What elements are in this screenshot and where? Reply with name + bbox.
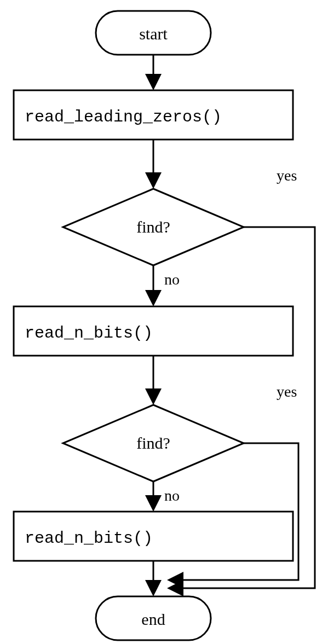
start-label: start bbox=[139, 25, 168, 43]
end-label: end bbox=[141, 610, 165, 628]
edge-label-no-2: no bbox=[164, 487, 180, 504]
edge-label-yes-2: yes bbox=[277, 383, 297, 400]
decision-find-1-label: find? bbox=[136, 218, 170, 236]
process-read-n-bits-2: read_n_bits() bbox=[14, 512, 293, 561]
edge-label-no-1: no bbox=[164, 271, 180, 288]
start-node: start bbox=[96, 11, 211, 55]
process-read-n-bits-1: read_n_bits() bbox=[14, 306, 293, 356]
process-read-n-bits-1-label: read_n_bits() bbox=[25, 324, 153, 343]
decision-find-2: find? bbox=[63, 405, 244, 481]
decision-find-1: find? bbox=[63, 189, 244, 265]
flowchart: start read_leading_zeros() find? yes no … bbox=[0, 0, 328, 644]
edge-label-yes-1: yes bbox=[277, 167, 297, 184]
end-node: end bbox=[96, 596, 211, 640]
decision-find-2-label: find? bbox=[136, 434, 170, 452]
process-read-leading-zeros: read_leading_zeros() bbox=[14, 90, 293, 140]
process-read-leading-zeros-label: read_leading_zeros() bbox=[25, 108, 222, 126]
process-read-n-bits-2-label: read_n_bits() bbox=[25, 529, 153, 548]
